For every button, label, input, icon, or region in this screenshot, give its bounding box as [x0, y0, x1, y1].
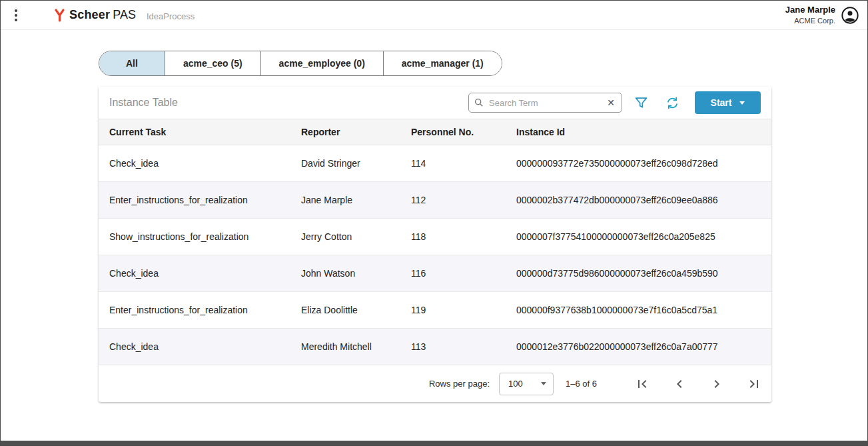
cell-personnel-no: 113 — [400, 329, 506, 365]
cell-instance-id: 0000002b377472db000000073eff26c09ee0a886 — [506, 182, 771, 219]
instance-table: Current Task Reporter Personnel No. Inst… — [99, 119, 771, 365]
pager — [613, 376, 762, 392]
column-header-personnel-no[interactable]: Personnel No. — [400, 119, 506, 145]
cell-personnel-no: 112 — [400, 182, 506, 219]
cell-reporter: Jerry Cotton — [290, 219, 400, 255]
table-row[interactable]: Check_idea Meredith Mitchell 113 0000012… — [99, 329, 771, 365]
rows-per-page-select[interactable]: 100 — [499, 373, 554, 395]
cell-personnel-no: 119 — [400, 292, 506, 329]
cell-instance-id: 000000093772e735000000073eff26c098d728ed — [506, 145, 771, 182]
table-row[interactable]: Show_instructions_for_realization Jerry … — [99, 219, 771, 255]
cell-instance-id: 0000012e3776b022000000073eff26c0a7a00777 — [506, 329, 771, 365]
brand: Scheer PAS IdeaProcess — [54, 8, 195, 22]
column-header-reporter[interactable]: Reporter — [290, 119, 400, 145]
table-row[interactable]: Check_idea John Watson 116 000000d73775d… — [99, 255, 771, 292]
rows-per-page-value: 100 — [508, 379, 523, 389]
tab-acme-ceo[interactable]: acme_ceo (5) — [165, 51, 260, 75]
page-range-label: 1–6 of 6 — [566, 379, 597, 389]
table-controls: ✕ — [468, 90, 761, 115]
cell-current-task: Enter_instructions_for_realization — [99, 292, 290, 329]
search-icon — [474, 98, 484, 107]
cell-current-task: Enter_instructions_for_realization — [99, 182, 290, 219]
refresh-icon[interactable] — [659, 90, 685, 115]
cell-reporter: Eliza Doolittle — [290, 292, 400, 329]
cell-current-task: Check_idea — [99, 329, 290, 365]
rows-per-page-label: Rows per page: — [429, 379, 490, 389]
cell-current-task: Check_idea — [99, 255, 290, 292]
card-header: Instance Table ✕ — [99, 87, 771, 119]
scheer-logo-icon — [54, 9, 65, 22]
search-box: ✕ — [468, 93, 622, 113]
search-input[interactable] — [488, 97, 602, 109]
cell-reporter: Jane Marple — [290, 182, 400, 219]
filter-icon[interactable] — [628, 90, 653, 115]
table-row[interactable]: Check_idea David Stringer 114 0000000937… — [99, 145, 771, 182]
column-header-instance-id[interactable]: Instance Id — [506, 119, 771, 145]
brand-name-regular: PAS — [113, 8, 136, 22]
kebab-menu-icon[interactable] — [1, 1, 31, 30]
select-caret-icon — [541, 382, 546, 385]
user-info: Jane Marple ACME Corp. — [785, 5, 859, 25]
tab-acme-employee[interactable]: acme_employee (0) — [260, 51, 383, 75]
user-name: Jane Marple — [785, 5, 835, 16]
app-window: Scheer PAS IdeaProcess Jane Marple ACME … — [0, 0, 868, 446]
table-header-row: Current Task Reporter Personnel No. Inst… — [99, 119, 771, 145]
cell-instance-id: 000000f9377638b1000000073e7f16c0a5cd75a1 — [506, 292, 771, 329]
main-content: All acme_ceo (5) acme_employee (0) acme_… — [1, 30, 867, 441]
cell-current-task: Show_instructions_for_realization — [99, 219, 290, 255]
avatar-icon[interactable] — [841, 6, 859, 25]
last-page-icon[interactable] — [746, 376, 762, 392]
instance-table-card: Instance Table ✕ — [99, 87, 771, 402]
cell-personnel-no: 116 — [400, 255, 506, 292]
tab-acme-manager[interactable]: acme_manager (1) — [383, 51, 502, 75]
first-page-icon[interactable] — [634, 376, 650, 392]
bottom-bar — [1, 441, 867, 445]
cell-personnel-no: 118 — [400, 219, 506, 255]
start-button-label: Start — [711, 97, 732, 108]
clear-search-icon[interactable]: ✕ — [606, 97, 616, 109]
card-title: Instance Table — [109, 97, 178, 109]
tab-group: All acme_ceo (5) acme_employee (0) acme_… — [99, 51, 502, 76]
brand-name-bold: Scheer — [69, 8, 110, 22]
user-organization: ACME Corp. — [785, 16, 835, 25]
table-row[interactable]: Enter_instructions_for_realization Jane … — [99, 182, 771, 219]
cell-personnel-no: 114 — [400, 145, 506, 182]
table-row[interactable]: Enter_instructions_for_realization Eliza… — [99, 292, 771, 329]
dropdown-caret-icon — [739, 101, 745, 105]
app-name: IdeaProcess — [147, 9, 195, 21]
app-header: Scheer PAS IdeaProcess Jane Marple ACME … — [1, 1, 867, 30]
cell-current-task: Check_idea — [99, 145, 290, 182]
cell-instance-id: 0000007f37754100000000073eff26c0a205e825 — [506, 219, 771, 255]
cell-reporter: John Watson — [290, 255, 400, 292]
start-button[interactable]: Start — [695, 91, 761, 114]
table-pagination: Rows per page: 100 1–6 of 6 — [99, 365, 771, 402]
next-page-icon[interactable] — [709, 376, 725, 392]
column-header-current-task[interactable]: Current Task — [99, 119, 290, 145]
cell-reporter: David Stringer — [290, 145, 400, 182]
tab-all[interactable]: All — [99, 51, 165, 75]
prev-page-icon[interactable] — [671, 376, 687, 392]
cell-reporter: Meredith Mitchell — [290, 329, 400, 365]
cell-instance-id: 000000d73775d986000000073eff26c0a459b590 — [506, 255, 771, 292]
